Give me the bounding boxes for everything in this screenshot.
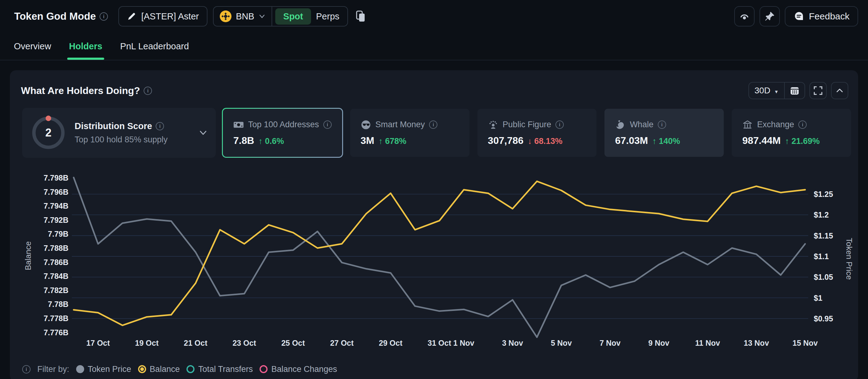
svg-text:13 Nov: 13 Nov [744, 339, 769, 347]
info-icon[interactable] [658, 121, 666, 129]
smart-money-icon [361, 120, 371, 130]
metric-delta: ↑ 0.6% [258, 136, 284, 146]
chart-filter-row: Filter by: Token Price Balance Total Tra… [22, 362, 337, 376]
eye-icon [739, 11, 750, 22]
panel-controls: 30D [748, 82, 848, 99]
svg-text:7.792B: 7.792B [43, 216, 68, 224]
card-top-100-addresses[interactable]: Top 100 Addresses 7.8B ↑ 0.6% [222, 108, 343, 158]
svg-text:31 Oct: 31 Oct [428, 339, 451, 347]
chain-label: BNB [236, 11, 254, 22]
holders-chart-svg: 7.798B7.796B7.794B7.792B7.79B7.788B7.786… [0, 166, 868, 357]
whale-icon [615, 120, 625, 130]
svg-text:9 Nov: 9 Nov [648, 339, 669, 347]
balance-changes-marker-icon [259, 365, 268, 373]
info-icon[interactable] [144, 87, 152, 95]
panel-header: What Are Holders Doing? 30D [21, 81, 848, 100]
collapse-button[interactable] [831, 82, 848, 99]
distribution-score-value: 2 [30, 115, 67, 151]
pin-button[interactable] [760, 6, 780, 27]
fullscreen-button[interactable] [809, 82, 827, 99]
chevron-down-icon [258, 14, 266, 19]
filter-prefix: Filter by: [37, 365, 69, 374]
metric-delta: ↑ 21.69% [785, 136, 820, 146]
range-dropdown[interactable]: 30D [749, 83, 784, 99]
chat-icon [794, 11, 805, 22]
svg-text:17 Oct: 17 Oct [86, 339, 110, 347]
tab-overview[interactable]: Overview [14, 33, 51, 60]
info-icon[interactable] [156, 122, 164, 130]
spot-tab[interactable]: Spot [275, 8, 311, 25]
token-price-marker-icon [76, 365, 84, 373]
token-selector-label: [ASTER] Aster [141, 11, 199, 22]
chevron-down-icon [198, 129, 208, 136]
svg-text:$1.15: $1.15 [814, 231, 833, 240]
svg-text:7.786B: 7.786B [43, 258, 68, 266]
watch-button[interactable] [734, 6, 754, 27]
holder-stat-cards: 2 Distribution Score Top 100 hold 85% su… [22, 108, 852, 158]
distribution-score-card[interactable]: 2 Distribution Score Top 100 hold 85% su… [22, 108, 216, 158]
svg-text:$1.05: $1.05 [814, 273, 833, 281]
range-value: 30D [754, 86, 770, 96]
svg-text:7.788B: 7.788B [43, 244, 68, 252]
svg-text:$0.95: $0.95 [814, 314, 833, 323]
metric-delta: ↑ 678% [378, 136, 406, 146]
copy-address-button[interactable] [355, 10, 366, 23]
caret-down-icon [774, 86, 779, 96]
range-pill: 30D [748, 82, 805, 99]
feedback-button[interactable]: Feedback [785, 6, 858, 27]
perps-tab[interactable]: Perps [313, 11, 347, 22]
filter-balance[interactable]: Balance [138, 365, 180, 374]
calendar-icon [790, 86, 800, 96]
card-exchange[interactable]: Exchange 987.44M ↑ 21.69% [731, 108, 852, 158]
card-whale[interactable]: Whale 67.03M ↑ 140% [603, 108, 725, 158]
holders-chart[interactable]: 7.798B7.796B7.794B7.792B7.79B7.788B7.786… [0, 166, 868, 357]
distribution-texts: Distribution Score Top 100 hold 85% supp… [74, 121, 168, 145]
info-icon[interactable] [555, 121, 564, 129]
metric-value: 67.03M [615, 135, 648, 146]
pencil-icon [127, 12, 136, 21]
calendar-button[interactable] [785, 83, 805, 99]
svg-text:27 Oct: 27 Oct [330, 339, 354, 347]
svg-text:1 Nov: 1 Nov [454, 339, 474, 347]
svg-text:19 Oct: 19 Oct [135, 339, 159, 347]
filter-total-transfers[interactable]: Total Transfers [186, 365, 253, 374]
info-icon[interactable] [429, 121, 437, 129]
info-icon[interactable] [22, 365, 31, 374]
tab-holders[interactable]: Holders [69, 33, 102, 60]
page-tabs: Overview Holders PnL Leaderboard [0, 33, 868, 60]
svg-text:23 Oct: 23 Oct [232, 339, 256, 347]
metric-delta: ↓ 68.13% [528, 136, 562, 146]
distribution-subtitle: Top 100 hold 85% supply [74, 135, 168, 145]
token-selector[interactable]: [ASTER] Aster [118, 6, 208, 27]
card-public-figure[interactable]: Public Figure 307,786 ↓ 68.13% [476, 108, 598, 158]
svg-text:7.798B: 7.798B [43, 173, 68, 182]
info-icon[interactable] [99, 12, 108, 21]
svg-text:7.79B: 7.79B [48, 229, 68, 238]
exchange-icon [742, 120, 753, 130]
distribution-title: Distribution Score [74, 121, 152, 131]
tab-pnl-leaderboard[interactable]: PnL Leaderboard [120, 33, 189, 60]
svg-text:7 Nov: 7 Nov [599, 339, 620, 347]
svg-text:7.778B: 7.778B [43, 314, 68, 323]
svg-text:7.794B: 7.794B [43, 201, 68, 210]
svg-text:7.78B: 7.78B [48, 300, 68, 309]
metric-value: 307,786 [488, 135, 524, 146]
svg-text:$1.1: $1.1 [814, 252, 829, 261]
header-actions: Feedback [734, 6, 858, 27]
app-title: Token God Mode [14, 10, 96, 22]
filter-balance-changes[interactable]: Balance Changes [259, 365, 337, 374]
card-smart-money[interactable]: Smart Money 3M ↑ 678% [349, 108, 470, 158]
svg-text:$1.25: $1.25 [814, 190, 833, 198]
svg-text:7.796B: 7.796B [43, 188, 68, 196]
info-icon[interactable] [798, 121, 807, 129]
svg-text:11 Nov: 11 Nov [695, 339, 720, 347]
distribution-gauge: 2 [30, 115, 67, 151]
info-icon[interactable] [323, 121, 332, 129]
balance-marker-icon [138, 365, 146, 373]
chain-selector[interactable]: BNB [214, 7, 272, 26]
filter-token-price[interactable]: Token Price [76, 365, 131, 374]
app-header: Token God Mode [ASTER] Aster BNB Spot Pe… [0, 0, 868, 33]
svg-text:21 Oct: 21 Oct [184, 339, 208, 347]
bnb-coin-icon [220, 10, 231, 22]
metric-value: 7.8B [233, 135, 254, 146]
